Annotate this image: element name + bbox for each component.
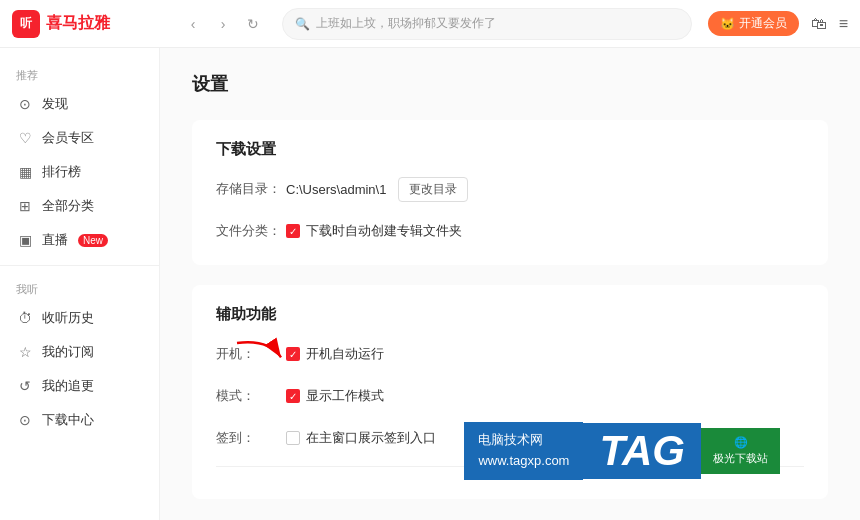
nav-controls: ‹ › ↻ [180,11,266,37]
subscriptions-icon: ☆ [16,343,34,361]
menu-icon-button[interactable]: ≡ [839,15,848,33]
red-arrow-annotation [226,335,296,375]
mode-checkbox[interactable]: ✓ [286,389,300,403]
sidebar-section-recommend: 推荐 [0,60,159,87]
signin-checkbox-row: 在主窗口展示签到入口 [286,429,436,447]
sidebar-label-download: 下载中心 [42,411,94,429]
top-bar: 听 喜马拉雅 ‹ › ↻ 🔍 上班如上坟，职场抑郁又要发作了 🐱 开通会员 🛍 … [0,0,860,48]
search-placeholder-text: 上班如上坟，职场抑郁又要发作了 [316,15,496,32]
ranking-icon: ▦ [16,163,34,181]
signin-option-label: 在主窗口展示签到入口 [306,429,436,447]
sidebar-label-history: 收听历史 [42,309,94,327]
mode-row: 模式： ✓ 显示工作模式 [216,382,804,410]
page-title: 设置 [192,72,828,96]
auto-create-folder-label: 下载时自动创建专辑文件夹 [306,222,462,240]
logo-icon: 听 [12,10,40,38]
signin-row: 签到： 在主窗口展示签到入口 [216,424,804,452]
mode-label: 模式： [216,387,286,405]
assist-settings-section: 辅助功能 开机： ✓ 开机自动运行 [192,285,828,499]
file-category-label: 文件分类： [216,222,286,240]
live-icon: ▣ [16,231,34,249]
vip-button[interactable]: 🐱 开通会员 [708,11,799,36]
auto-create-folder-checkbox[interactable]: ✓ [286,224,300,238]
discover-icon: ⊙ [16,95,34,113]
history-icon: ⏱ [16,309,34,327]
section-divider [216,466,804,467]
sidebar-label-following: 我的追更 [42,377,94,395]
live-new-badge: New [78,234,108,247]
sidebar-label-live: 直播 [42,231,68,249]
logo-area: 听 喜马拉雅 [12,10,172,38]
vip-button-label: 开通会员 [739,15,787,32]
vip-zone-icon: ♡ [16,129,34,147]
back-button[interactable]: ‹ [180,11,206,37]
assist-section-title: 辅助功能 [216,305,804,324]
vip-avatar-icon: 🐱 [720,17,735,31]
mode-checkbox-row: ✓ 显示工作模式 [286,387,384,405]
storage-dir-row: 存储目录： C:\Users\admin\1 更改目录 [216,175,804,203]
search-icon: 🔍 [295,17,310,31]
change-dir-button[interactable]: 更改目录 [398,177,468,202]
sidebar-item-subscriptions[interactable]: ☆ 我的订阅 [0,335,159,369]
storage-path-value: C:\Users\admin\1 [286,182,386,197]
sidebar-label-subscriptions: 我的订阅 [42,343,94,361]
sidebar-section-mine: 我听 [0,274,159,301]
sidebar-item-ranking[interactable]: ▦ 排行榜 [0,155,159,189]
following-icon: ↺ [16,377,34,395]
forward-button[interactable]: › [210,11,236,37]
main-layout: 推荐 ⊙ 发现 ♡ 会员专区 ▦ 排行榜 ⊞ 全部分类 ▣ 直播 New 我听 … [0,48,860,520]
sidebar-item-vip-zone[interactable]: ♡ 会员专区 [0,121,159,155]
refresh-button[interactable]: ↻ [240,11,266,37]
startup-row: 开机： ✓ 开机自动运行 [216,340,804,368]
content-area: 设置 下载设置 存储目录： C:\Users\admin\1 更改目录 文件分类… [160,48,860,520]
sidebar-item-following[interactable]: ↺ 我的追更 [0,369,159,403]
sidebar-label-vip-zone: 会员专区 [42,129,94,147]
sidebar-label-discover: 发现 [42,95,68,113]
storage-label: 存储目录： [216,180,286,198]
sidebar-item-discover[interactable]: ⊙ 发现 [0,87,159,121]
sidebar-label-ranking: 排行榜 [42,163,81,181]
search-bar[interactable]: 🔍 上班如上坟，职场抑郁又要发作了 [282,8,692,40]
sidebar: 推荐 ⊙ 发现 ♡ 会员专区 ▦ 排行榜 ⊞ 全部分类 ▣ 直播 New 我听 … [0,48,160,520]
signin-checkbox[interactable] [286,431,300,445]
auto-create-folder-checkbox-row: ✓ 下载时自动创建专辑文件夹 [286,222,462,240]
startup-option-label: 开机自动运行 [306,345,384,363]
sidebar-label-categories: 全部分类 [42,197,94,215]
sidebar-item-download[interactable]: ⊙ 下载中心 [0,403,159,437]
top-right-controls: 🐱 开通会员 🛍 ≡ [708,11,848,36]
sidebar-item-categories[interactable]: ⊞ 全部分类 [0,189,159,223]
sidebar-divider [0,265,159,266]
signin-label: 签到： [216,429,286,447]
sidebar-item-live[interactable]: ▣ 直播 New [0,223,159,257]
logo-text: 喜马拉雅 [46,13,110,34]
categories-icon: ⊞ [16,197,34,215]
download-section-title: 下载设置 [216,140,804,159]
download-icon: ⊙ [16,411,34,429]
startup-checkbox-row: ✓ 开机自动运行 [286,345,384,363]
download-settings-section: 下载设置 存储目录： C:\Users\admin\1 更改目录 文件分类： ✓… [192,120,828,265]
bag-icon-button[interactable]: 🛍 [811,15,827,33]
mode-option-label: 显示工作模式 [306,387,384,405]
file-category-row: 文件分类： ✓ 下载时自动创建专辑文件夹 [216,217,804,245]
sidebar-item-history[interactable]: ⏱ 收听历史 [0,301,159,335]
